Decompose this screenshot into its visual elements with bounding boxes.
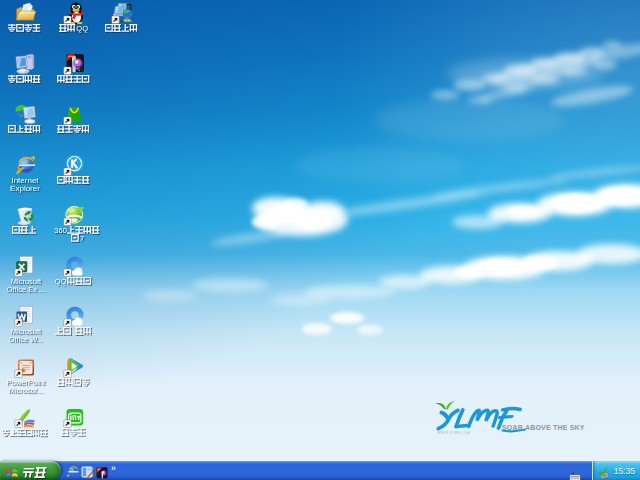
- svg-text:WWW.YLMF.COM: WWW.YLMF.COM: [437, 431, 470, 435]
- svg-text:SOAR ABOVE THE SKY: SOAR ABOVE THE SKY: [502, 424, 585, 431]
